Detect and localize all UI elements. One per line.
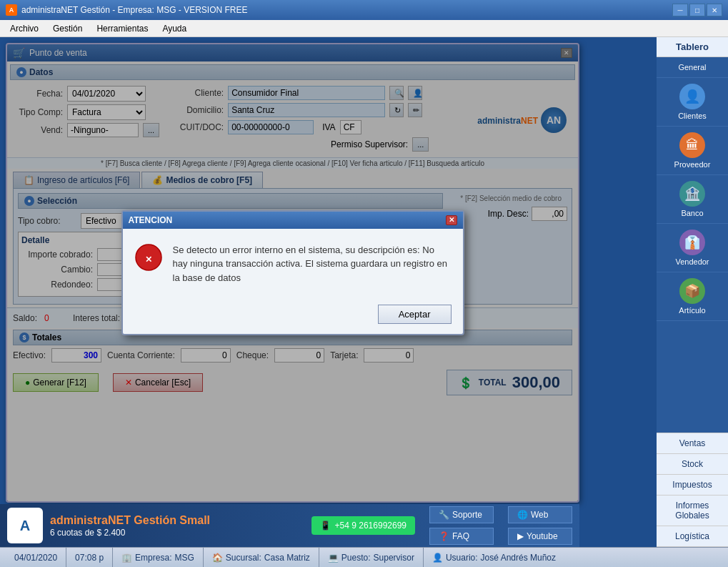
dialog-error-icon: ✕ — [134, 243, 163, 272]
youtube-button[interactable]: ▶ Youtube — [508, 528, 572, 545]
youtube-label: Youtube — [527, 531, 558, 541]
status-date-value: 04/01/2020 — [14, 553, 57, 563]
web-button[interactable]: 🌐 Web — [508, 506, 572, 523]
status-empresa-label: Empresa: — [135, 553, 171, 563]
proveedor-label: Proveedor — [674, 160, 711, 169]
maximize-button[interactable]: □ — [689, 4, 705, 16]
status-puesto-value: Supervisor — [374, 553, 414, 563]
bottom-promo: A administraNET Gestión Small 6 cuotas d… — [0, 504, 579, 547]
vendedor-icon: 👔 — [679, 230, 705, 255]
sidebar-stock[interactable]: Stock — [657, 453, 728, 474]
sidebar-informes[interactable]: Informes Globales — [657, 495, 728, 526]
promo-whatsapp[interactable]: 📱 +54 9 2616992699 — [311, 516, 415, 535]
menu-archivo[interactable]: Archivo — [3, 21, 46, 36]
soporte-icon: 🔧 — [439, 510, 449, 520]
banco-icon: 🏦 — [679, 181, 705, 207]
web-icon: 🌐 — [517, 510, 528, 520]
sidebar-impuestos[interactable]: Impuestos — [657, 474, 728, 495]
punto-venta-window: 🛒 Punto de venta ✕ ● Datos Fecha: — [6, 43, 579, 503]
status-date: 04/01/2020 — [6, 548, 66, 567]
banco-label: Banco — [681, 209, 703, 217]
status-sucursal: 🏠 Sucursal: Casa Matriz — [204, 548, 319, 567]
promo-logo-text: A — [20, 518, 30, 534]
clientes-label: Clientes — [678, 112, 707, 120]
faq-label: FAQ — [452, 531, 469, 541]
sidebar-item-clientes[interactable]: 👤 Clientes — [657, 78, 728, 127]
sidebar-logistica[interactable]: Logística — [657, 526, 728, 546]
articulo-label: Artículo — [679, 306, 705, 315]
sidebar-ventas[interactable]: Ventas — [657, 433, 728, 453]
svg-text:✕: ✕ — [145, 255, 152, 265]
status-usuario: 👤 Usuario: José Andrés Muñoz — [424, 548, 564, 567]
menu-herramientas[interactable]: Herramientas — [89, 21, 155, 36]
status-puesto: 💻 Puesto: Supervisor — [319, 548, 424, 567]
dialog-body: ✕ Se detecto un error interno en el sist… — [123, 229, 463, 300]
promo-cuotas: 6 cuotas de $ 2.400 — [50, 527, 210, 538]
menu-bar: Archivo Gestión Herramientas Ayuda — [0, 20, 728, 37]
minimize-button[interactable]: ─ — [672, 4, 688, 16]
sidebar-item-vendedor[interactable]: 👔 Vendedor — [657, 224, 728, 272]
status-time: 07:08 p — [66, 548, 113, 567]
status-sucursal-label: Sucursal: — [226, 553, 261, 563]
promo-logo: A — [7, 508, 43, 543]
menu-gestion[interactable]: Gestión — [46, 21, 89, 36]
right-sidebar: Tablero General 👤 Clientes 🏛 Proveedor 🏦… — [657, 37, 728, 567]
status-usuario-value: José Andrés Muñoz — [481, 553, 556, 563]
web-label: Web — [531, 510, 548, 520]
dialog-buttons: Aceptar — [123, 299, 463, 334]
faq-button[interactable]: ❓ FAQ — [429, 528, 494, 545]
menu-ayuda[interactable]: Ayuda — [155, 21, 194, 36]
status-icon-puesto: 💻 — [328, 553, 339, 563]
whatsapp-icon: 📱 — [320, 521, 331, 531]
dialog-title-bar: ATENCION ✕ — [123, 212, 463, 229]
status-empresa-value: MSG — [174, 553, 194, 563]
faq-icon: ❓ — [439, 531, 449, 541]
sidebar-item-articulo[interactable]: 📦 Artículo — [657, 272, 728, 321]
youtube-icon: ▶ — [517, 531, 524, 541]
promo-text: administraNET Gestión Small 6 cuotas de … — [50, 514, 210, 538]
close-button[interactable]: ✕ — [707, 4, 722, 16]
app-title: administraNET Gestión - Empresa: MSG - V… — [21, 5, 248, 15]
status-bar: 04/01/2020 07:08 p 🏢 Empresa: MSG 🏠 Sucu… — [0, 547, 728, 567]
sidebar-item-banco[interactable]: 🏦 Banco — [657, 175, 728, 224]
dialog-box: ATENCION ✕ ✕ Se detecto un error interno… — [121, 210, 464, 336]
soporte-label: Soporte — [452, 510, 482, 520]
status-empresa: 🏢 Empresa: MSG — [113, 548, 204, 567]
main-container: 🛒 Punto de venta ✕ ● Datos Fecha: — [0, 37, 728, 567]
vendedor-label: Vendedor — [675, 257, 709, 266]
status-time-value: 07:08 p — [75, 553, 104, 563]
proveedor-icon: 🏛 — [679, 132, 705, 158]
window-controls: ─ □ ✕ — [672, 4, 722, 16]
promo-brand-name: administraNET Gestión Small — [50, 514, 210, 527]
dialog-overlay: ATENCION ✕ ✕ Se detecto un error interno… — [7, 44, 578, 501]
app-icon: A — [6, 4, 17, 16]
status-icon-usuario: 👤 — [432, 553, 443, 563]
clientes-icon: 👤 — [679, 84, 705, 109]
sidebar-header: Tablero — [657, 37, 728, 57]
whatsapp-number: +54 9 2616992699 — [335, 521, 407, 531]
aceptar-button[interactable]: Aceptar — [378, 305, 452, 324]
status-usuario-label: Usuario: — [446, 553, 478, 563]
status-icon-sucursal: 🏠 — [212, 553, 223, 563]
sidebar-item-proveedor[interactable]: 🏛 Proveedor — [657, 127, 728, 175]
general-label: General — [678, 63, 706, 72]
soporte-button[interactable]: 🔧 Soporte — [429, 506, 494, 523]
promo-links-2: 🌐 Web ▶ Youtube — [508, 506, 572, 545]
title-bar: A administraNET Gestión - Empresa: MSG -… — [0, 0, 728, 20]
promo-links: 🔧 Soporte ❓ FAQ — [429, 506, 494, 545]
dialog-close-button[interactable]: ✕ — [446, 215, 457, 225]
status-sucursal-value: Casa Matriz — [264, 553, 310, 563]
dialog-title: ATENCION — [129, 215, 173, 225]
content-area: 🛒 Punto de venta ✕ ● Datos Fecha: — [0, 37, 657, 567]
articulo-icon: 📦 — [679, 278, 705, 304]
sidebar-item-general[interactable]: General — [657, 57, 728, 78]
status-icon-empresa: 🏢 — [121, 553, 132, 563]
dialog-message: Se detecto un error interno en el sistem… — [173, 243, 452, 285]
status-puesto-label: Puesto: — [341, 553, 371, 563]
